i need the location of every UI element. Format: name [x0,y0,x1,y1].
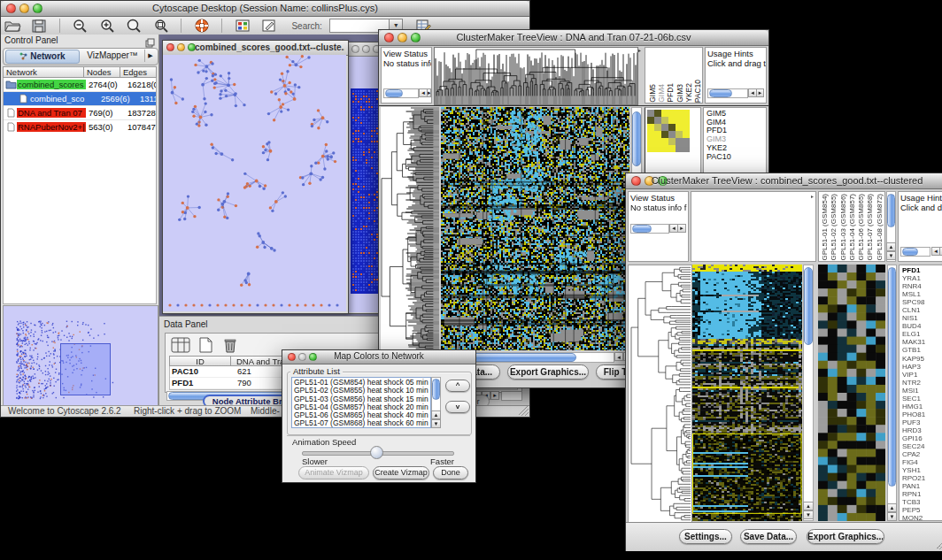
rotated-column-label[interactable]: GPL51-07 (GSM868) [866,194,875,261]
scroll-up-icon[interactable]: ▲ [887,503,897,512]
rotated-column-label[interactable]: GPL51-06 (GSM865) [857,194,866,261]
network-table-row[interactable]: combined_sco 2569(6) 13112(15) [4,92,156,106]
rotated-column-label[interactable]: YKE2 [684,83,693,103]
select-attributes-icon[interactable] [170,336,191,357]
tv1-splitter-strip[interactable]: ▸ [638,47,644,104]
button[interactable]: Export Graphics... [807,529,884,544]
rotated-column-label[interactable]: GPL51-04 (GSM857) [848,194,857,261]
tv2-zoom-view[interactable] [818,265,885,521]
gene-label[interactable]: MON2 [902,514,942,521]
vscroll-thumb[interactable] [887,194,895,227]
gene-label[interactable]: CPA2 [902,450,942,458]
scroll-right-icon[interactable]: ▸ [427,88,431,97]
scroll-down-icon[interactable]: ▼ [886,251,896,260]
tv1-column-dendrogram[interactable] [434,47,638,105]
vscroll-thumb[interactable] [888,267,896,487]
hscroll-thumb[interactable] [385,89,403,97]
button[interactable]: Save Data... [740,529,797,544]
treeview2-titlebar[interactable]: ClusterMaker TreeView : combined_scores_… [626,173,942,189]
gene-label[interactable]: MSL1 [902,290,942,298]
rotated-column-label[interactable]: GPL51-01 (GSM854) [821,194,830,261]
resize-grip[interactable] [519,406,529,416]
gene-label[interactable]: YRA1 [902,274,942,282]
vscroll-thumb[interactable] [804,267,813,345]
minimize-button[interactable] [362,45,370,53]
rotated-column-label[interactable]: GIM3 [676,84,684,103]
scroll-down-icon[interactable]: ▼ [887,512,897,521]
scroll-down-icon[interactable]: ▼ [431,419,441,428]
attribute-list[interactable]: GPL51-01 (GSM854) heat shock 05 minGPL51… [291,377,431,428]
gene-label[interactable]: BUD4 [902,322,942,330]
tv2-gene-vscrollbar[interactable] [887,265,897,521]
tv1-similarity-matrix[interactable] [647,110,690,152]
scroll-up-icon[interactable]: ▲ [431,410,441,419]
gene-label[interactable]: MAK31 [902,338,942,346]
main-titlebar[interactable]: Cytoscape Desktop (Session Name: collins… [1,1,529,17]
dialog-titlebar[interactable]: Map Colors to Network [282,350,475,364]
button[interactable]: Create Vizmap [373,466,429,479]
help-lifering-icon[interactable] [193,18,211,34]
gene-label[interactable]: FIG4 [902,458,942,466]
tab-overflow-icon[interactable]: ▶ [144,50,156,62]
network-view[interactable] [163,55,346,311]
birdseye-view[interactable] [3,305,158,411]
network-window-1-titlebar[interactable]: combined_scores_good.txt--cluste... [163,41,348,56]
zoom-fit-icon[interactable] [152,18,170,34]
network-table-row[interactable]: combined_scores 2764(0) 16218(0) [4,78,156,92]
column-header-nodes[interactable]: Nodes [84,66,120,78]
tab-vizmapper[interactable]: VizMapper™ [81,50,143,62]
gene-label[interactable]: RPN1 [902,490,942,498]
tv1-heatmap[interactable] [441,107,629,350]
tv2-column-tree-area[interactable]: ▸ [691,191,816,262]
rotated-column-label[interactable]: GIM4 [657,84,666,103]
tv1-row-dendrogram[interactable] [381,107,439,350]
gene-label[interactable]: HMG1 [902,403,942,410]
gene-label[interactable]: RNR4 [902,282,942,290]
gene-label[interactable]: TCB3 [902,498,942,506]
rotated-column-label[interactable]: GIM5 [648,84,657,103]
move-down-button[interactable]: v [445,401,470,413]
move-up-button[interactable]: ^ [445,380,470,392]
close-button[interactable] [351,45,359,53]
hscroll-thumb[interactable] [632,225,652,233]
gene-label[interactable]: RPO21 [902,474,942,482]
open-session-icon[interactable] [4,18,21,34]
speed-slider-thumb[interactable] [370,446,383,459]
hscroll-thumb[interactable] [902,248,918,256]
scroll-right-icon[interactable]: ▸ [677,224,686,233]
gene-label[interactable]: KAP95 [902,355,942,363]
attribute-list-item[interactable]: GPL51-07 (GSM868) heat shock 60 min [294,419,430,427]
gene-label[interactable]: VIP1 [902,371,942,379]
gene-label[interactable]: GPI16 [902,434,942,442]
usage-hints-hscrollbar[interactable] [900,247,930,257]
gene-label[interactable]: PHO81 [902,410,942,418]
tv2-row-dendrogram[interactable] [628,265,692,523]
usage-hints-hscrollbar[interactable] [707,88,748,98]
network-table-row[interactable]: DNA and Tran 07 769(0) 183728(0) [4,106,156,120]
column-header-edges[interactable]: Edges [120,66,157,78]
gene-label[interactable]: SPC98 [902,298,942,306]
gene-label[interactable]: YSH1 [902,466,942,474]
rotated-column-label[interactable]: GPL51-08 (GSM872) [876,194,884,261]
zoom-in-icon[interactable] [98,18,116,34]
scroll-right-icon[interactable]: ▸ [490,391,499,400]
view-status-hscrollbar[interactable] [383,88,419,98]
gene-label[interactable]: NIS1 [902,314,942,322]
gene-label[interactable]: MSI1 [902,387,942,395]
delete-attribute-icon[interactable] [220,336,241,357]
scroll-right-icon[interactable]: ▸ [756,88,764,97]
gene-label[interactable]: ELG1 [902,330,942,338]
tv2-heatmap[interactable] [692,265,802,521]
rotated-column-label[interactable]: GPL51-03 (GSM856) [839,194,848,261]
rotated-column-label[interactable]: GPL51-02 (GSM855) [830,194,838,261]
button[interactable]: Done [433,466,468,479]
resize-grip[interactable] [937,540,942,549]
rotated-column-label[interactable]: PFD1 [666,83,675,103]
vscroll-thumb[interactable] [632,111,641,166]
scroll-down-icon[interactable]: ▼ [803,510,814,519]
hscroll-thumb[interactable] [709,89,732,97]
zoom-selected-icon[interactable] [125,18,143,34]
treeview1-titlebar[interactable]: ClusterMaker TreeView : DNA and Tran 07-… [379,30,768,46]
button[interactable]: Animate Vizmap [298,466,369,479]
gene-label[interactable]: PUF3 [902,418,942,426]
